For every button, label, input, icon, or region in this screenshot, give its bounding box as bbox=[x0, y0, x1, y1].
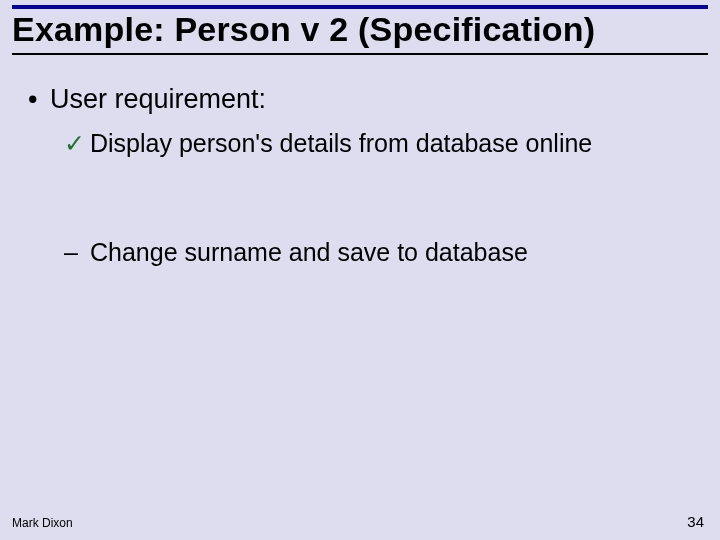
footer-author: Mark Dixon bbox=[12, 516, 73, 530]
bullet-text: Display person's details from database o… bbox=[90, 127, 592, 160]
top-rule bbox=[12, 5, 708, 9]
slide-title: Example: Person v 2 (Specification) bbox=[12, 10, 708, 55]
check-icon: ✓ bbox=[64, 127, 90, 160]
slide-body: • User requirement: ✓ Display person's d… bbox=[28, 82, 700, 274]
bullet-display-details: ✓ Display person's details from database… bbox=[64, 127, 700, 160]
footer-page-number: 34 bbox=[687, 513, 704, 530]
slide: Example: Person v 2 (Specification) • Us… bbox=[0, 0, 720, 540]
spacer bbox=[28, 166, 700, 236]
bullet-text: User requirement: bbox=[50, 82, 266, 117]
dash-icon: – bbox=[64, 236, 90, 269]
bullet-dot-icon: • bbox=[28, 82, 50, 117]
bullet-text: Change surname and save to database bbox=[90, 236, 528, 269]
bullet-change-surname: – Change surname and save to database bbox=[64, 236, 700, 269]
bullet-user-requirement: • User requirement: bbox=[28, 82, 700, 117]
